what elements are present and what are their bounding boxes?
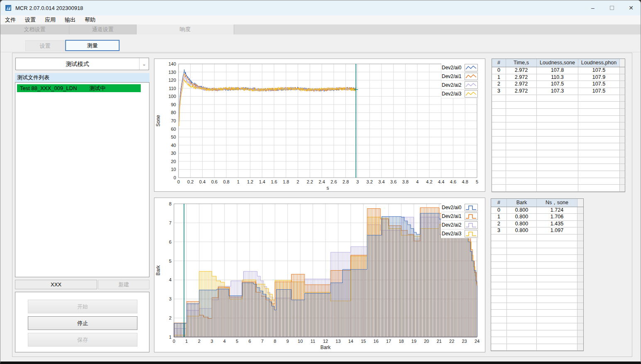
legend-row-dev2-ai3[interactable]: Dev2/ai3: [441, 230, 479, 238]
table-cell: [537, 157, 578, 164]
menu-item-settings[interactable]: 设置: [20, 15, 40, 24]
table-row[interactable]: 00.8001.724: [491, 207, 583, 214]
menu-item-file[interactable]: 文件: [0, 15, 20, 24]
legend-row-dev2-ai0[interactable]: Dev2/ai0: [441, 64, 479, 72]
table-cell: [492, 185, 506, 191]
bark-results-table: #BarkNs，sone00.8001.72410.8001.70620.800…: [491, 198, 584, 351]
table-header: #BarkNs，sone: [491, 199, 583, 207]
tab-loudness[interactable]: 响度: [137, 24, 234, 34]
table-row[interactable]: 12.972110.3107.9: [492, 74, 625, 81]
table-row[interactable]: [491, 303, 583, 310]
table-row[interactable]: [492, 150, 625, 157]
table-row[interactable]: [491, 337, 583, 344]
svg-text:3: 3: [210, 339, 213, 344]
legend-row-dev2-ai1[interactable]: Dev2/ai1: [441, 72, 479, 81]
table-row[interactable]: [492, 164, 625, 171]
table-row[interactable]: [491, 241, 583, 248]
tab-channel-settings[interactable]: 通道设置: [69, 24, 137, 34]
xxx-button[interactable]: XXX: [15, 280, 97, 289]
table-cell: [491, 289, 507, 296]
table-row[interactable]: [492, 178, 625, 185]
svg-text:3.2: 3.2: [367, 179, 373, 184]
test-mode-dropdown[interactable]: 测试模式 ⌄: [15, 58, 149, 70]
table-row[interactable]: [491, 289, 583, 296]
menu-item-help[interactable]: 帮助: [80, 15, 100, 24]
table-row[interactable]: [492, 109, 625, 116]
table-row[interactable]: [492, 143, 625, 150]
table-cell: [492, 102, 506, 108]
menu-item-output[interactable]: 输出: [60, 15, 80, 24]
legend-row-dev2-ai1[interactable]: Dev2/ai1: [441, 212, 479, 221]
table-row[interactable]: [492, 185, 625, 192]
close-button[interactable]: ✕: [621, 0, 641, 15]
table-cell: [578, 178, 620, 185]
table-cell: [507, 289, 537, 296]
table-row[interactable]: [492, 171, 625, 178]
table-row[interactable]: [492, 122, 625, 129]
table-row[interactable]: [491, 323, 583, 330]
table-row[interactable]: [492, 116, 625, 123]
start-button[interactable]: 开始: [28, 300, 137, 313]
svg-text:2.4: 2.4: [318, 179, 325, 184]
table-cell: [578, 137, 620, 143]
svg-text:0.6: 0.6: [211, 179, 218, 184]
table-row[interactable]: [491, 262, 583, 269]
table-row[interactable]: [491, 330, 583, 337]
table-cell: 0: [491, 207, 507, 213]
column-header: Bark: [507, 199, 537, 207]
table-row[interactable]: [492, 157, 625, 164]
svg-text:0.2: 0.2: [187, 179, 193, 184]
table-row[interactable]: 02.972107.8107.5: [492, 67, 625, 74]
test-file-list[interactable]: Test 88_XXX_009_LDN 测试中: [15, 82, 149, 277]
table-row[interactable]: [491, 235, 583, 241]
loudness-time-chart[interactable]: 00.20.40.60.811.21.41.61.822.22.42.62.83…: [154, 59, 485, 191]
column-header: #: [491, 199, 507, 207]
maximize-button[interactable]: [602, 0, 621, 15]
table-row[interactable]: [492, 137, 625, 144]
table-cell: [506, 109, 537, 115]
legend-row-dev2-ai0[interactable]: Dev2/ai0: [441, 203, 479, 212]
menu-item-app[interactable]: 应用: [40, 15, 60, 24]
table-row[interactable]: [491, 282, 583, 289]
svg-text:18: 18: [399, 339, 404, 344]
table-row[interactable]: 20.8001.435: [491, 221, 583, 227]
subtab-measure-button[interactable]: 测量: [65, 40, 120, 51]
minimize-button[interactable]: –: [583, 0, 602, 15]
scroll-strip: [620, 164, 625, 171]
table-cell: [537, 102, 578, 108]
table-row[interactable]: 22.972107.5107.5: [492, 81, 625, 88]
table-row[interactable]: [491, 269, 583, 275]
table-row[interactable]: [491, 344, 583, 351]
table-cell: [507, 303, 537, 309]
legend-row-dev2-ai2[interactable]: Dev2/ai2: [441, 81, 479, 90]
table-cell: [491, 344, 507, 350]
table-row[interactable]: [491, 255, 583, 261]
table-cell: 1.435: [537, 221, 577, 227]
save-button[interactable]: 保存: [28, 333, 137, 347]
new-button[interactable]: 新建: [98, 280, 149, 289]
table-row[interactable]: [491, 310, 583, 316]
table-row[interactable]: [492, 129, 625, 137]
subtab-settings-button[interactable]: 设置: [25, 40, 65, 51]
specific-loudness-chart[interactable]: 0123456789101112131415161718192021222324…: [154, 198, 485, 352]
tab-document-settings[interactable]: 文档设置: [0, 24, 69, 34]
svg-text:4: 4: [169, 277, 171, 282]
table-row[interactable]: 10.8001.706: [491, 214, 583, 220]
legend-row-dev2-ai3[interactable]: Dev2/ai3: [441, 90, 479, 98]
table-row[interactable]: 32.972107.3107.5: [492, 88, 625, 95]
svg-text:10: 10: [298, 339, 303, 344]
table-row[interactable]: [492, 95, 625, 102]
test-file-item[interactable]: Test 88_XXX_009_LDN 测试中: [17, 84, 141, 92]
table-row[interactable]: 30.8001.097: [491, 227, 583, 234]
table-cell: [507, 255, 537, 261]
table-row[interactable]: [491, 276, 583, 282]
table-row[interactable]: [491, 248, 583, 255]
scroll-strip: [577, 235, 583, 241]
table-row[interactable]: [491, 317, 583, 323]
table-row[interactable]: [492, 102, 625, 109]
column-header: Ns，sone: [537, 199, 577, 207]
table-row[interactable]: [491, 296, 583, 303]
legend-row-dev2-ai2[interactable]: Dev2/ai2: [441, 221, 479, 230]
stop-button[interactable]: 停止: [28, 316, 137, 330]
table-cell: [506, 102, 537, 108]
